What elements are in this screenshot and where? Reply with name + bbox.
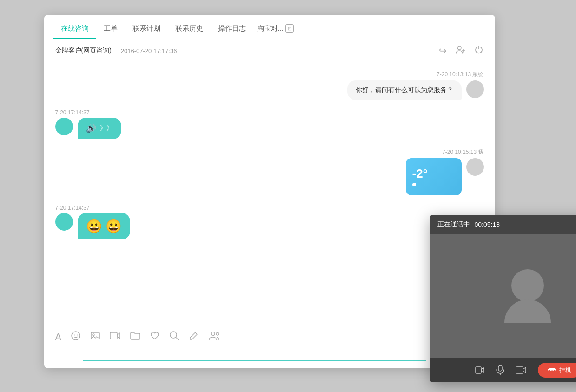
- voice-waves-icon: 🔊: [86, 123, 96, 133]
- svg-rect-16: [498, 365, 502, 371]
- chat-input[interactable]: [83, 347, 426, 361]
- avatar-user-1: [55, 118, 73, 135]
- header-actions: ↪: [439, 45, 484, 57]
- video-ctrl-button[interactable]: [516, 365, 527, 375]
- svg-rect-18: [516, 367, 523, 373]
- chat-input-area: [44, 347, 495, 368]
- tab-contact-history[interactable]: 联系历史: [168, 18, 211, 39]
- svg-rect-8: [110, 332, 117, 339]
- emoji-icon[interactable]: [71, 331, 81, 343]
- edit-icon[interactable]: [189, 331, 199, 343]
- svg-point-4: [74, 334, 75, 335]
- chat-area: 7-20 10:13:13 系统 你好，请问有什么可以为您服务？ 7-20 17…: [44, 63, 495, 325]
- msg-system-bubble: 你好，请问有什么可以为您服务？: [347, 80, 462, 100]
- caller-body: [504, 299, 551, 323]
- hangup-label: 挂机: [559, 366, 571, 374]
- folder-icon[interactable]: [130, 331, 140, 343]
- svg-point-12: [216, 332, 219, 335]
- weather-dot: [412, 183, 416, 186]
- heart-icon[interactable]: [150, 331, 160, 343]
- image-icon[interactable]: [90, 331, 100, 343]
- svg-point-0: [457, 46, 461, 50]
- msg-timestamp-emoji: 7-20 17:14:37: [55, 205, 90, 211]
- mic-ctrl-button[interactable]: [496, 365, 504, 375]
- tab-expand-icon: ⊡: [285, 24, 294, 33]
- video-call-panel: 正在通话中 00:05:18 –: [430, 215, 576, 382]
- chat-ctrl-button[interactable]: [475, 365, 485, 375]
- msg-user-emoji-row: 😀 😀: [55, 213, 131, 239]
- video-footer: 挂机: [430, 358, 576, 382]
- emoji-content: 😀 😀: [86, 219, 122, 234]
- svg-point-11: [211, 332, 215, 336]
- avatar-system: [466, 80, 484, 98]
- hangup-button[interactable]: 挂机: [538, 363, 576, 378]
- avatar-me: [466, 158, 484, 176]
- weather-bubble: -2°: [406, 158, 462, 195]
- msg-timestamp-system: 7-20 10:13:13 系统: [437, 71, 483, 79]
- svg-point-3: [72, 332, 80, 340]
- tab-taobao[interactable]: 淘宝对... ⊡: [253, 18, 298, 39]
- msg-timestamp-me: 7-20 10:15:13 我: [442, 148, 483, 156]
- tab-online-consult[interactable]: 在线咨询: [53, 18, 96, 39]
- add-user-icon[interactable]: [455, 45, 465, 57]
- font-icon[interactable]: A: [55, 332, 61, 342]
- search-icon[interactable]: [169, 331, 179, 343]
- msg-timestamp-voice: 7-20 17:14:37: [55, 109, 90, 116]
- svg-line-10: [176, 337, 179, 340]
- chat-toolbar: A: [44, 325, 495, 347]
- svg-rect-15: [476, 367, 481, 373]
- chat-title: 金牌客户(网页咨询): [55, 47, 112, 55]
- group-icon[interactable]: [208, 331, 220, 343]
- voice-text: 》》: [100, 124, 113, 133]
- power-icon[interactable]: [474, 45, 484, 57]
- video-header: 正在通话中 00:05:18 –: [430, 215, 576, 234]
- msg-voice-bubble: 🔊 》》: [78, 118, 121, 139]
- msg-user-emoji: 7-20 17:14:37 😀 😀: [55, 205, 484, 239]
- video-header-info: 正在通话中 00:05:18: [437, 220, 500, 229]
- tab-operation-log[interactable]: 操作日志: [211, 18, 253, 39]
- video-body: [430, 234, 576, 358]
- call-timer: 00:05:18: [475, 221, 500, 228]
- msg-me-row: -2°: [406, 158, 484, 195]
- caller-head: [511, 269, 544, 302]
- weather-temp: -2°: [412, 166, 428, 181]
- call-status: 正在通话中: [437, 220, 470, 229]
- svg-point-9: [170, 332, 177, 338]
- video-icon[interactable]: [110, 331, 121, 343]
- svg-point-5: [77, 334, 78, 335]
- caller-avatar: [504, 269, 551, 323]
- msg-system-row: 你好，请问有什么可以为您服务？: [347, 80, 484, 100]
- chat-header: 金牌客户(网页咨询) 2016-07-20 17:17:36 ↪: [44, 39, 495, 63]
- tabs-bar: 在线咨询 工单 联系计划 联系历史 操作日志 淘宝对... ⊡: [44, 15, 495, 39]
- msg-user-voice: 7-20 17:14:37 🔊 》》: [55, 109, 484, 139]
- share-icon[interactable]: ↪: [439, 45, 447, 56]
- tab-contact-plan[interactable]: 联系计划: [125, 18, 168, 39]
- tab-ticket[interactable]: 工单: [96, 18, 125, 39]
- chat-time: 2016-07-20 17:17:36: [121, 47, 177, 54]
- msg-emoji-bubble: 😀 😀: [78, 213, 131, 239]
- msg-user-voice-row: 🔊 》》: [55, 118, 121, 139]
- avatar-user-2: [55, 213, 73, 231]
- msg-system: 7-20 10:13:13 系统 你好，请问有什么可以为您服务？: [55, 71, 484, 100]
- main-window: 在线咨询 工单 联系计划 联系历史 操作日志 淘宝对... ⊡ 金牌客户(网页咨…: [44, 15, 495, 368]
- msg-me-weather: 7-20 10:15:13 我 -2°: [55, 148, 484, 195]
- svg-point-7: [93, 334, 94, 336]
